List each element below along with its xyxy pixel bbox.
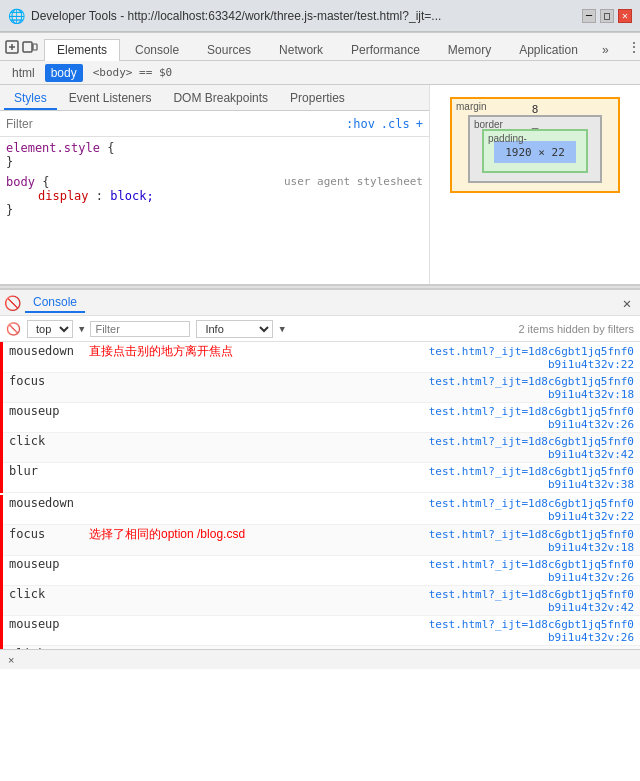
close-button[interactable]: ✕ [618,9,632,23]
padding-layer: padding- 1920 × 22 [482,129,588,173]
context-chevron-icon: ▼ [79,324,84,334]
styles-panel: Styles Event Listeners DOM Breakpoints P… [0,85,430,284]
body-selector: body [6,175,35,189]
console-row: click test.html?_ijt=1d8c6gbt1jq5fnf0b9i… [3,646,640,649]
styles-filter-input[interactable] [6,117,126,131]
event-name: blur [9,464,89,478]
styles-content: element.style { } body { user agent styl… [0,137,429,284]
subtab-properties[interactable]: Properties [280,88,355,110]
event-source[interactable]: test.html?_ijt=1d8c6gbt1jq5fnf0b9i1u4t32… [394,345,634,371]
box-model: margin 8 border – padding- 1920 × 22 [450,97,620,193]
element-reference: <body> == $0 [93,66,172,79]
subtab-event-listeners[interactable]: Event Listeners [59,88,162,110]
event-source[interactable]: test.html?_ijt=1d8c6gbt1jq5fnf0b9i1u4t32… [394,465,634,491]
hidden-items-count: 2 items hidden by filters [518,323,634,335]
console-close-button[interactable]: ✕ [618,294,636,312]
event-source[interactable]: test.html?_ijt=1d8c6gbt1jq5fnf0b9i1u4t32… [394,648,634,649]
event-source[interactable]: test.html?_ijt=1d8c6gbt1jq5fnf0b9i1u4t32… [394,375,634,401]
border-layer: border – padding- 1920 × 22 [468,115,602,183]
console-row: focus test.html?_ijt=1d8c6gbt1jq5fnf0b9i… [3,373,640,403]
event-name: mouseup [9,557,89,571]
console-panel: 🚫 Console ✕ 🚫 top ▼ Info Verbose Warning… [0,289,640,649]
console-row: blur test.html?_ijt=1d8c6gbt1jq5fnf0b9i1… [3,463,640,493]
console-toolbar: 🚫 Console ✕ [0,290,640,316]
html-body-tab-html[interactable]: html [6,64,41,82]
console-group-2: mousedown test.html?_ijt=1d8c6gbt1jq5fnf… [0,495,640,649]
event-source[interactable]: test.html?_ijt=1d8c6gbt1jq5fnf0b9i1u4t32… [394,405,634,431]
css-property-display: display : block; [22,189,154,203]
box-model-panel: margin 8 border – padding- 1920 × 22 [430,85,640,284]
group1-annotation: 直接点击别的地方离开焦点 [89,343,233,360]
tab-console[interactable]: Console [122,39,192,61]
level-chevron-icon: ▼ [279,324,284,334]
element-style-rule: element.style { } [6,141,423,169]
tab-application[interactable]: Application [506,39,591,61]
event-name: click [9,587,89,601]
event-source[interactable]: test.html?_ijt=1d8c6gbt1jq5fnf0b9i1u4t32… [394,528,634,554]
add-style-rule[interactable]: + [416,117,423,131]
element-style-selector: element.style [6,141,100,155]
device-toggle-button[interactable] [22,35,38,59]
console-row: mousedown 直接点击别的地方离开焦点 test.html?_ijt=1d… [3,342,640,373]
inspect-element-button[interactable] [4,35,20,59]
console-row: mousedown test.html?_ijt=1d8c6gbt1jq5fnf… [3,495,640,525]
console-row: focus 选择了相同的option /blog.csd test.html?_… [3,525,640,556]
padding-label: padding- [488,133,527,144]
devtools-top-toolbar: Elements Console Sources Network Perform… [0,33,640,61]
console-output: mousedown 直接点击别的地方离开焦点 test.html?_ijt=1d… [0,342,640,649]
event-name: click [9,434,89,448]
console-context-select[interactable]: top [27,320,73,338]
subtab-dom-breakpoints[interactable]: DOM Breakpoints [163,88,278,110]
console-clear-icon[interactable]: 🚫 [4,295,21,311]
devtools-settings-button[interactable]: ⋮ [622,35,640,59]
window-controls: ─ □ ✕ [582,9,632,23]
tab-performance[interactable]: Performance [338,39,433,61]
body-rule: body { user agent stylesheet display : b… [6,175,423,217]
event-name: click [9,647,89,649]
minimize-button[interactable]: ─ [582,9,596,23]
event-name: mouseup [9,404,89,418]
maximize-button[interactable]: □ [600,9,614,23]
tab-memory[interactable]: Memory [435,39,504,61]
group2-annotation: 选择了相同的option /blog.csd [89,526,245,543]
event-source[interactable]: test.html?_ijt=1d8c6gbt1jq5fnf0b9i1u4t32… [394,435,634,461]
svg-rect-2 [33,44,37,50]
title-bar: 🌐 Developer Tools - http://localhost:633… [0,0,640,32]
console-level-select[interactable]: Info Verbose Warnings Errors [196,320,273,338]
styles-filter-bar: :hov .cls + [0,111,429,137]
styles-subtabs: Styles Event Listeners DOM Breakpoints P… [0,85,429,111]
hov-toggle[interactable]: :hov [346,117,375,131]
console-row: mouseup test.html?_ijt=1d8c6gbt1jq5fnf0b… [3,556,640,586]
console-stop-icon: 🚫 [6,322,21,336]
content-size: 1920 × 22 [505,146,565,159]
tab-sources[interactable]: Sources [194,39,264,61]
tab-more[interactable]: » [593,39,618,61]
console-row: click test.html?_ijt=1d8c6gbt1jq5fnf0b9i… [3,586,640,616]
console-filter-input[interactable] [90,321,190,337]
subtab-styles[interactable]: Styles [4,88,57,110]
event-name: mousedown [9,344,89,358]
svg-rect-1 [23,42,32,52]
margin-layer: margin 8 border – padding- 1920 × 22 [450,97,620,193]
html-body-tab-body[interactable]: body [45,64,83,82]
tab-elements[interactable]: Elements [44,39,120,61]
console-row: mouseup test.html?_ijt=1d8c6gbt1jq5fnf0b… [3,403,640,433]
chrome-favicon-icon: 🌐 [8,8,25,24]
status-text: × [8,654,14,666]
console-row: mouseup test.html?_ijt=1d8c6gbt1jq5fnf0b… [3,616,640,646]
breadcrumb: html body <body> == $0 [0,61,640,85]
event-source[interactable]: test.html?_ijt=1d8c6gbt1jq5fnf0b9i1u4t32… [394,618,634,644]
cls-toggle[interactable]: .cls [381,117,410,131]
console-row: click test.html?_ijt=1d8c6gbt1jq5fnf0b9i… [3,433,640,463]
event-name: focus [9,527,89,541]
event-name: mousedown [9,496,89,510]
event-source[interactable]: test.html?_ijt=1d8c6gbt1jq5fnf0b9i1u4t32… [394,558,634,584]
console-tab[interactable]: Console [25,293,85,313]
console-group-1: mousedown 直接点击别的地方离开焦点 test.html?_ijt=1d… [0,342,640,493]
console-filter-bar: 🚫 top ▼ Info Verbose Warnings Errors ▼ 2… [0,316,640,342]
event-source[interactable]: test.html?_ijt=1d8c6gbt1jq5fnf0b9i1u4t32… [394,497,634,523]
styles-filter-controls: :hov .cls + [346,117,423,131]
event-source[interactable]: test.html?_ijt=1d8c6gbt1jq5fnf0b9i1u4t32… [394,588,634,614]
tab-network[interactable]: Network [266,39,336,61]
rule-source: user agent stylesheet [284,175,423,188]
